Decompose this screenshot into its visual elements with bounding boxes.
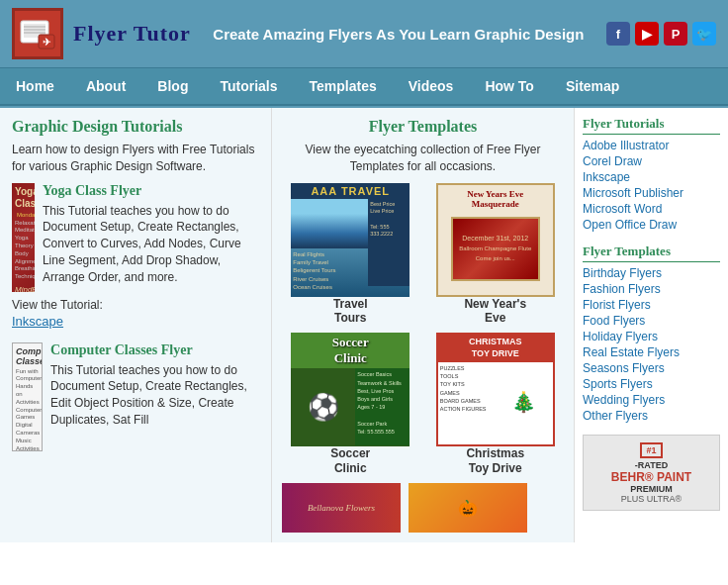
computer-tutorial-info: Computer Classes Flyer This Tutorial tea… [50,342,261,437]
nye-label: New Year'sEve [464,297,526,326]
sidebar-templates-item[interactable]: Food Flyers [583,314,720,328]
christmas-thumbnail[interactable]: CHRISTMASTOY DRIVE PUZZLESTOOLSTOY KITSG… [436,333,555,446]
nav-tutorials[interactable]: Tutorials [204,68,293,104]
second-partial-thumb: 🎃 [409,483,527,533]
right-sidebar: Flyer Tutorials Adobe Illustrator Corel … [575,108,728,542]
templates-intro: View the eyecatching collection of Free … [282,142,564,175]
site-title: Flyer Tutor [73,21,191,47]
template-grid: AAA TRAVEL Real FlightsFamily TravelBeli… [282,183,564,476]
nav-blog[interactable]: Blog [141,68,204,104]
tutorials-intro: Learn how to design Flyers with Free Tut… [12,142,261,175]
header: ✈ Flyer Tutor Create Amazing Flyers As Y… [0,0,728,67]
templates-heading: Flyer Templates [282,118,564,136]
header-left: ✈ Flyer Tutor [12,8,191,59]
sidebar-tutorials-item[interactable]: Corel Draw [583,154,720,168]
logo-box: ✈ [12,8,63,59]
nav-sitemap[interactable]: Sitemap [550,68,635,104]
twitter-icon[interactable]: 🐦 [692,22,716,46]
soccer-thumbnail[interactable]: Soccer Clinic ⚽ Soccer BasicsTeamwork & … [291,333,410,446]
partial-bottom-row: Bellanova Flowers 🎃 [282,483,564,533]
sidebar-tutorials-item[interactable]: Open Office Draw [583,218,720,232]
computer-thumbnail: Computer Classes Fun with Computers! Han… [12,342,43,451]
sidebar-tutorials-item[interactable]: Inkscape [583,170,720,184]
navigation: Home About Blog Tutorials Templates Vide… [0,67,728,106]
mid-column: Flyer Templates View the eyecatching col… [272,108,575,542]
youtube-icon[interactable]: ▶ [635,22,659,46]
soccer-template: Soccer Clinic ⚽ Soccer BasicsTeamwork & … [282,333,419,475]
yoga-tutorial: Yoga Class Mondays RelaxationMeditationY… [12,183,261,329]
sidebar-templates-item[interactable]: Seasons Flyers [583,361,720,375]
sidebar-templates-section: Flyer Templates Birthday Flyers Fashion … [583,244,720,423]
computer-tutorial: Computer Classes Fun with Computers! Han… [12,342,261,451]
sidebar-templates-item[interactable]: Other Flyers [583,409,720,423]
sidebar-templates-item[interactable]: Real Estate Flyers [583,345,720,359]
sidebar-templates-item[interactable]: Birthday Flyers [583,266,720,280]
nye-thumbnail[interactable]: New Years EveMasquerade December 31st, 2… [436,183,555,297]
travel-template: AAA TRAVEL Real FlightsFamily TravelBeli… [282,183,419,326]
social-icons: f ▶ P 🐦 [606,22,716,46]
sidebar-templates-heading: Flyer Templates [583,244,720,262]
nav-videos[interactable]: Videos [393,68,470,104]
sidebar-tutorials-item[interactable]: Adobe Illustrator [583,139,720,152]
sidebar-tutorials-list: Adobe Illustrator Corel Draw Inkscape Mi… [583,139,720,232]
nav-how-to[interactable]: How To [469,68,550,104]
sidebar-templates-item[interactable]: Florist Flyers [583,298,720,312]
yoga-tutorial-title: Yoga Class Flyer [43,183,261,199]
tagline: Create Amazing Flyers As You Learn Graph… [191,26,606,43]
sidebar-templates-item[interactable]: Fashion Flyers [583,282,720,296]
nav-templates[interactable]: Templates [294,68,393,104]
soccer-label: SoccerClinic [330,446,370,475]
sidebar-templates-item[interactable]: Sports Flyers [583,377,720,391]
travel-label: TravelTours [333,297,368,326]
nye-thumb-title: New Years EveMasquerade [438,185,553,213]
christmas-template: CHRISTMASTOY DRIVE PUZZLESTOOLSTOY KITSG… [427,333,565,475]
flowers-partial-thumb: Bellanova Flowers [282,483,401,533]
facebook-icon[interactable]: f [606,22,630,46]
nav-about[interactable]: About [70,68,141,104]
inkscape-link[interactable]: Inkscape [12,314,63,329]
sidebar-tutorials-item[interactable]: Microsoft Word [583,202,720,216]
christmas-label: ChristmasToy Drive [466,446,524,475]
tutorials-heading: Graphic Design Tutorials [12,118,261,136]
computer-tutorial-title: Computer Classes Flyer [50,342,261,358]
nav-home[interactable]: Home [0,68,70,104]
yoga-tutorial-header: Yoga Class Mondays RelaxationMeditationY… [12,183,261,294]
sidebar-tutorials-item[interactable]: Microsoft Publisher [583,186,720,200]
sidebar-tutorials-heading: Flyer Tutorials [583,116,720,135]
sidebar-templates-item[interactable]: Holiday Flyers [583,330,720,343]
sidebar-templates-item[interactable]: Wedding Flyers [583,393,720,407]
yoga-tutorial-info: Yoga Class Flyer This Tutorial teaches y… [43,183,261,294]
view-tutorial-label: View the Tutorial: [12,298,261,312]
ad-box[interactable]: #1 -RATED BEHR® PAINT PREMIUM PLUS ULTRA… [583,435,720,511]
yoga-tutorial-desc: This Tutorial teaches you how to do Docu… [43,203,261,286]
nye-template: New Years EveMasquerade December 31st, 2… [427,183,565,326]
computer-tutorial-desc: This Tutorial teaches you how to do Docu… [50,362,261,429]
left-column: Graphic Design Tutorials Learn how to de… [0,108,272,542]
svg-text:✈: ✈ [43,37,51,48]
pinterest-icon[interactable]: P [664,22,687,46]
travel-thumbnail[interactable]: AAA TRAVEL Real FlightsFamily TravelBeli… [291,183,410,297]
sidebar-templates-list: Birthday Flyers Fashion Flyers Florist F… [583,266,720,423]
sidebar-tutorials-section: Flyer Tutorials Adobe Illustrator Corel … [583,116,720,232]
yoga-thumbnail: Yoga Class Mondays RelaxationMeditationY… [12,183,35,292]
computer-tutorial-header: Computer Classes Fun with Computers! Han… [12,342,261,451]
content-area: Graphic Design Tutorials Learn how to de… [0,106,728,542]
